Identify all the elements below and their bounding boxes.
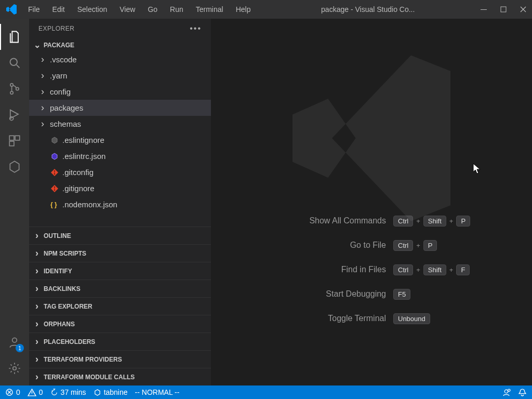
folder-.vscode[interactable]: .vscode	[29, 51, 211, 68]
section-label: TERRAFORM PROVIDERS	[44, 356, 122, 363]
activity-search-icon[interactable]	[0, 50, 29, 76]
activity-accounts-icon[interactable]: 1	[0, 329, 29, 355]
explorer-sidebar: EXPLORER ••• PACKAGE .vscode.yarnconfigp…	[29, 19, 211, 385]
file-tree: PACKAGE .vscode.yarnconfigpackagesschema…	[29, 38, 211, 227]
folder-root[interactable]: PACKAGE	[29, 38, 211, 51]
activity-settings-icon[interactable]	[0, 355, 29, 381]
error-count: 0	[16, 388, 20, 396]
file-.gitconfig[interactable]: .gitconfig	[29, 164, 211, 180]
plus-separator: +	[416, 242, 420, 249]
shortcut-row: Go to FileCtrl+P	[267, 240, 476, 251]
section-label: ORPHANS	[44, 321, 75, 328]
window-controls	[480, 6, 527, 13]
status-errors[interactable]: 0	[5, 388, 20, 396]
svg-text:{ }: { }	[50, 201, 57, 208]
status-bell-icon[interactable]	[518, 388, 527, 397]
menu-selection[interactable]: Selection	[72, 3, 113, 16]
svg-rect-1	[501, 7, 506, 12]
file-label: .gitconfig	[62, 168, 94, 177]
chevron-right-icon	[33, 230, 41, 241]
folder-label: schemas	[50, 119, 81, 128]
section-terraform-module-calls[interactable]: TERRAFORM MODULE CALLS	[29, 368, 211, 385]
status-warnings[interactable]: 0	[28, 388, 43, 397]
menu-view[interactable]: View	[114, 3, 140, 16]
editor-empty: Show All CommandsCtrl+Shift+PGo to FileC…	[211, 19, 532, 385]
menu-edit[interactable]: Edit	[47, 3, 70, 16]
key: Ctrl	[393, 240, 413, 251]
window-title: package - Visual Studio Co...	[256, 5, 480, 14]
sidebar-sections: OUTLINENPM SCRIPTSIDENTIFYBACKLINKSTAG E…	[29, 227, 211, 385]
file-.eslintrc.json[interactable]: .eslintrc.json	[29, 148, 211, 164]
key: Unbound	[393, 313, 430, 324]
svg-point-3	[10, 84, 13, 86]
svg-rect-9	[9, 141, 14, 146]
menu-terminal[interactable]: Terminal	[191, 3, 229, 16]
time-value: 37 mins	[61, 388, 86, 396]
activity-hex-icon[interactable]	[0, 154, 29, 180]
tabnine-label: tabnine	[104, 388, 128, 396]
file-label: .nodemonx.json	[62, 200, 117, 209]
git-icon	[50, 184, 59, 193]
shortcut-label: Go to File	[267, 241, 386, 250]
mouse-cursor-icon	[473, 163, 482, 175]
vscode-logo-icon	[5, 3, 18, 16]
section-placeholders[interactable]: PLACEHOLDERS	[29, 332, 211, 350]
menu-go[interactable]: Go	[142, 3, 163, 16]
section-identify[interactable]: IDENTIFY	[29, 262, 211, 280]
activity-bar: 1	[0, 19, 29, 385]
file-label: .gitignore	[62, 184, 95, 193]
chevron-down-icon	[33, 40, 41, 50]
chevron-right-icon	[38, 54, 47, 65]
menu-help[interactable]: Help	[231, 3, 256, 16]
activity-explorer-icon[interactable]	[0, 24, 29, 50]
activity-source-control-icon[interactable]	[0, 76, 29, 102]
file-.eslintignore[interactable]: .eslintignore	[29, 132, 211, 148]
section-label: NPM SCRIPTS	[44, 250, 86, 257]
chevron-right-icon	[33, 371, 41, 382]
svg-point-15	[54, 189, 55, 190]
activity-run-debug-icon[interactable]	[0, 102, 29, 128]
chevron-right-icon	[33, 283, 41, 294]
section-label: PLACEHOLDERS	[44, 338, 95, 345]
close-icon[interactable]	[520, 6, 527, 13]
menu-bar: File Edit Selection View Go Run Terminal…	[23, 3, 256, 16]
section-orphans[interactable]: ORPHANS	[29, 315, 211, 332]
section-label: TERRAFORM MODULE CALLS	[44, 374, 135, 381]
folder-packages[interactable]: packages	[29, 100, 211, 116]
chevron-right-icon	[38, 102, 47, 113]
section-outline[interactable]: OUTLINE	[29, 227, 211, 244]
file-label: .eslintignore	[62, 136, 104, 144]
file-.nodemonx.json[interactable]: { }.nodemonx.json	[29, 196, 211, 212]
folder-.yarn[interactable]: .yarn	[29, 68, 211, 84]
section-backlinks[interactable]: BACKLINKS	[29, 280, 211, 297]
svg-point-5	[16, 87, 19, 90]
folder-config[interactable]: config	[29, 84, 211, 100]
menu-file[interactable]: File	[23, 3, 45, 16]
svg-point-11	[13, 367, 17, 370]
section-tag-explorer[interactable]: TAG EXPLORER	[29, 297, 211, 315]
menu-run[interactable]: Run	[165, 3, 189, 16]
root-label: PACKAGE	[44, 42, 74, 49]
file-.gitignore[interactable]: .gitignore	[29, 180, 211, 196]
plus-separator: +	[416, 266, 420, 274]
svg-rect-7	[9, 136, 14, 140]
maximize-icon[interactable]	[500, 6, 507, 13]
explorer-more-icon[interactable]: •••	[190, 24, 202, 33]
git-icon	[50, 168, 59, 177]
activity-extensions-icon[interactable]	[0, 128, 29, 154]
file-label: .eslintrc.json	[62, 152, 105, 161]
svg-rect-0	[481, 9, 487, 10]
json-icon: { }	[50, 201, 59, 209]
section-terraform-providers[interactable]: TERRAFORM PROVIDERS	[29, 350, 211, 368]
section-label: OUTLINE	[44, 232, 71, 240]
status-vim-mode[interactable]: -- NORMAL --	[135, 388, 180, 396]
status-time[interactable]: 37 mins	[50, 388, 86, 396]
section-npm-scripts[interactable]: NPM SCRIPTS	[29, 244, 211, 262]
shortcut-keys: Ctrl+Shift+F	[393, 264, 476, 275]
status-tabnine[interactable]: tabnine	[94, 388, 128, 396]
svg-point-10	[12, 338, 17, 342]
folder-schemas[interactable]: schemas	[29, 116, 211, 132]
status-feedback-icon[interactable]	[502, 388, 511, 397]
minimize-icon[interactable]	[480, 6, 487, 13]
eslint-bright-icon	[50, 152, 59, 161]
